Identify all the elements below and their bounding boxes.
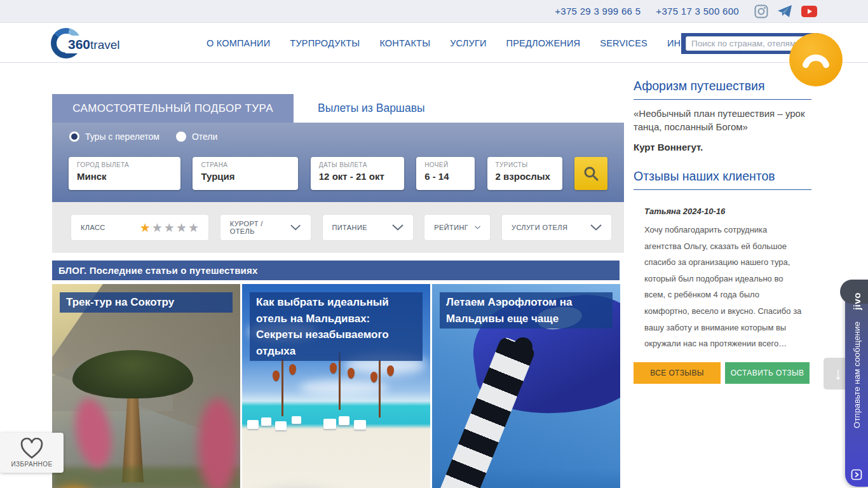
tab-self-tour-selection[interactable]: САМОСТОЯТЕЛЬНЫЙ ПОДБОР ТУРА: [52, 94, 294, 123]
reviews-title: Отзывы наших клиентов: [634, 169, 811, 184]
logo[interactable]: 360travel: [51, 28, 146, 58]
departure-city-field[interactable]: ГОРОД ВЫЛЕТА Минск: [69, 157, 180, 190]
phone-mobile[interactable]: +375 29 3 999 66 5: [555, 6, 641, 17]
nav-offers[interactable]: ПРЕДЛОЖЕНИЯ: [506, 38, 581, 48]
chevron-down-icon: [475, 224, 480, 231]
filter-row: КЛАСС ★★★★★ КУРОРТ / ОТЕЛЬ ПИТАНИЕ РЕЙТИ…: [52, 202, 624, 253]
filter-food[interactable]: ПИТАНИЕ: [323, 215, 413, 240]
page: +375 29 3 999 66 5 +375 17 3 500 600 360…: [0, 0, 868, 488]
review-author-date: Татьяна 2024-10-16: [644, 207, 811, 216]
blog-card-title[interactable]: Летаем Аэрофлотом на Мальдивы еще чаще: [440, 292, 613, 329]
blog-card-maldives-hotel[interactable]: Как выбрать идеальный отель на Мальдивах…: [242, 284, 430, 488]
nav-tour-products[interactable]: ТУРПРОДУКТЫ: [290, 38, 360, 48]
radio-hotels[interactable]: Отели: [176, 132, 217, 142]
nav-about[interactable]: О КОМПАНИИ: [207, 38, 270, 48]
blog-card-title[interactable]: Трек-тур на Сокотру: [60, 292, 233, 313]
star-icon[interactable]: ★: [176, 222, 187, 234]
social-links: [754, 4, 817, 18]
star-icon[interactable]: ★: [140, 222, 151, 234]
aphorism-author: Курт Воннегут.: [634, 142, 811, 152]
radio-button-icon: [176, 132, 186, 142]
callback-phone-button[interactable]: [789, 33, 843, 86]
blog-card-socotra[interactable]: Трек-тур на Сокотру: [52, 284, 240, 488]
chevron-down-icon: [290, 224, 301, 231]
jivo-message-label: Отправьте нам сообщение: [852, 322, 862, 428]
class-stars: ★★★★★: [140, 222, 199, 234]
star-icon[interactable]: ★: [152, 222, 163, 234]
jivo-chat-tab[interactable]: jivo Отправьте нам сообщение: [845, 285, 868, 487]
tour-search-tabs: САМОСТОЯТЕЛЬНЫЙ ПОДБОР ТУРА Вылеты из Ва…: [52, 94, 449, 123]
filter-hotel-services[interactable]: УСЛУГИ ОТЕЛЯ: [502, 215, 611, 240]
favorites-widget[interactable]: ИЗБРАННОЕ: [0, 433, 64, 473]
divider: [634, 99, 811, 100]
youtube-icon[interactable]: [801, 6, 817, 17]
instagram-icon[interactable]: [754, 4, 768, 18]
magnifier-icon: [583, 165, 599, 182]
nav-contacts[interactable]: КОНТАКТЫ: [379, 38, 430, 48]
nights-field[interactable]: НОЧЕЙ 6 - 14: [416, 157, 475, 190]
arrow-down-icon: ↓: [834, 364, 843, 384]
radio-tours-with-flight[interactable]: Туры с перелетом: [69, 132, 159, 142]
heart-icon: [20, 438, 44, 459]
sidebar: Афоризм путешествия «Необычный план путе…: [634, 79, 811, 384]
filter-resort-hotel[interactable]: КУРОРТ / ОТЕЛЬ: [220, 215, 311, 240]
tour-search-form: Туры с перелетом Отели ГОРОД ВЫЛЕТА Минс…: [52, 123, 624, 202]
review-text: Хочу поблагодарить сотрудника агентства …: [644, 222, 803, 352]
chevron-down-icon: [392, 224, 403, 231]
aphorism-title: Афоризм путешествия: [634, 79, 811, 93]
header: 360travel О КОМПАНИИ ТУРПРОДУКТЫ КОНТАКТ…: [0, 24, 868, 63]
star-icon[interactable]: ★: [164, 222, 175, 234]
filter-rating[interactable]: РЕЙТИНГ: [424, 215, 490, 240]
logo-word: travel: [90, 38, 119, 51]
main-nav: О КОМПАНИИ ТУРПРОДУКТЫ КОНТАКТЫ УСЛУГИ П…: [207, 38, 736, 48]
chat-bubble-icon: [851, 469, 862, 480]
departure-dates-field[interactable]: ДАТЫ ВЫЛЕТА 12 окт - 21 окт: [311, 157, 404, 190]
aphorism-quote: «Необычный план путешествия – урок танца…: [634, 107, 811, 133]
phone-handset-icon: [801, 50, 831, 69]
blog-section-title: БЛОГ. Последние статьи о путешествиях: [52, 261, 620, 280]
all-reviews-button[interactable]: ВСЕ ОТЗЫВЫ: [634, 362, 721, 384]
chevron-down-icon: [590, 224, 602, 231]
socotra-image: [52, 284, 240, 488]
favorites-label: ИЗБРАННОЕ: [11, 461, 53, 468]
tour-type-radios: Туры с перелетом Отели: [69, 132, 217, 142]
star-icon[interactable]: ★: [188, 222, 199, 234]
leave-review-button[interactable]: ОСТАВИТЬ ОТЗЫВ: [725, 362, 810, 384]
nav-services-ru[interactable]: УСЛУГИ: [450, 38, 486, 48]
blog-card-title[interactable]: Как выбрать идеальный отель на Мальдивах…: [250, 292, 423, 361]
telegram-icon[interactable]: [777, 4, 792, 18]
topbar: +375 29 3 999 66 5 +375 17 3 500 600: [0, 0, 868, 23]
tour-search-button[interactable]: [574, 157, 607, 190]
country-field[interactable]: СТРАНА Турция: [193, 157, 298, 190]
nav-services-en[interactable]: SERVICES: [600, 38, 648, 48]
phone-city[interactable]: +375 17 3 500 600: [656, 6, 739, 17]
jivo-brand: jivo: [851, 292, 862, 310]
blog-card-aeroflot-maldives[interactable]: Летаем Аэрофлотом на Мальдивы еще чаще: [432, 284, 620, 488]
logo-number: 360: [68, 37, 90, 51]
tab-warsaw-departures[interactable]: Вылеты из Варшавы: [294, 94, 449, 123]
filter-class[interactable]: КЛАСС ★★★★★: [71, 215, 208, 240]
tourists-field[interactable]: ТУРИСТЫ 2 взрослых: [487, 157, 562, 190]
radio-button-icon: [69, 132, 79, 142]
divider: [634, 189, 811, 190]
tour-fields: ГОРОД ВЫЛЕТА Минск СТРАНА Турция ДАТЫ ВЫ…: [69, 157, 607, 190]
